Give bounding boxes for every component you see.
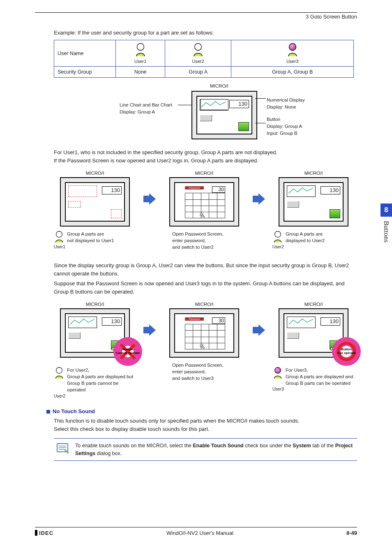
can-operate-badge: ButtonCan operate [332, 337, 361, 366]
diagram-microi-annotated: MICRO/I Line Chart and Bar Chart Display… [54, 83, 357, 145]
bar-chart-icon [68, 332, 81, 339]
user2-cell: User2 [165, 40, 231, 67]
arrow-right-icon [253, 302, 265, 337]
user-security-table: User Name User1 User2 User3 Sec [54, 40, 354, 78]
row-header-username: User Name [54, 40, 116, 67]
user1-label: User1 [54, 244, 136, 249]
numerical-display: 130 [102, 317, 122, 326]
numdisplay-label: Numerical Display [267, 97, 305, 104]
numerical-display: 130 [229, 100, 249, 108]
example-lead: Example: If the user and security group … [54, 30, 357, 36]
chart-display-group: Display: Group A [120, 109, 172, 116]
keypad-grid [185, 193, 225, 218]
chapter-label: Buttons [380, 217, 392, 247]
svg-marker-6 [143, 193, 156, 205]
bar-chart-icon [200, 115, 212, 121]
user-icon [134, 43, 147, 58]
user-icon [54, 231, 65, 244]
chapter-side-tab: 8 Buttons [380, 204, 392, 247]
keypad-grid [185, 324, 225, 349]
user-icon [272, 367, 283, 380]
microi-title: MICRO/I [163, 171, 245, 176]
microi-title: MICRO/I [163, 302, 245, 307]
user2-label: User2 [54, 393, 136, 398]
paragraph-user1-desc: For User1, who is not included in the sp… [54, 148, 357, 165]
cursor-icon: ↖ [200, 342, 205, 350]
row-header-secgroup: Security Group [54, 67, 116, 78]
password-value: 30 [212, 317, 225, 324]
no-touch-sound-heading: No Touch Sound [46, 408, 357, 414]
user3-group: Group A, Group B [231, 67, 354, 78]
caption-text: Group A parts arenot displayed to User1 [67, 231, 114, 244]
button-part [330, 209, 340, 218]
cursor-icon: ↖ [200, 211, 205, 219]
sequence-row-1: MICRO/I 130 Group A parts arenot display… [54, 171, 357, 250]
svg-marker-13 [253, 324, 265, 336]
svg-marker-12 [143, 324, 156, 336]
svg-point-15 [275, 368, 281, 374]
note-icon [56, 442, 70, 456]
note-text: To enable touch sounds on the MICRO/I, s… [75, 442, 355, 458]
chapter-number: 8 [380, 204, 392, 217]
user-icon [54, 367, 65, 380]
user1-cell: User1 [116, 40, 165, 67]
bar-chart-icon [287, 201, 299, 208]
svg-marker-7 [253, 193, 265, 205]
svg-line-10 [121, 345, 135, 358]
numdisplay-group: Display: None [267, 104, 305, 111]
chart-label: Line Chart and Bar Chart [120, 102, 172, 109]
password-label: Password [185, 317, 204, 321]
user1-name: User1 [119, 59, 161, 64]
idec-logo: IDEC [35, 530, 53, 536]
button-hidden [111, 209, 122, 218]
page-number: 8-49 [346, 530, 357, 536]
arrow-right-icon [253, 171, 265, 206]
manual-title: WindO/I-NV2 User's Manual [166, 530, 233, 536]
line-chart-icon [287, 185, 316, 197]
connector-line [255, 123, 266, 123]
user2-name: User2 [168, 59, 228, 64]
user2-group: Group A [165, 67, 231, 78]
svg-point-1 [195, 44, 202, 51]
numerical-display: 130 [102, 186, 122, 194]
svg-line-9 [121, 345, 135, 358]
microi-title: MICRO/I [54, 302, 136, 307]
user3-cell: User3 [231, 40, 354, 67]
connector-line [255, 98, 266, 99]
svg-point-2 [289, 44, 296, 51]
svg-point-0 [137, 44, 144, 51]
nts-desc: This function is to disable touch sounds… [54, 417, 357, 433]
caption-text: For User3,Group A parts are displayed an… [286, 367, 353, 386]
line-chart-icon [287, 317, 316, 328]
bullet-square-icon [46, 410, 50, 414]
note-box: To enable touch sounds on the MICRO/I, s… [54, 438, 357, 461]
svg-point-5 [56, 231, 62, 238]
user3-name: User3 [235, 59, 350, 64]
button-part [238, 122, 249, 131]
caption-text: For User2,Group A parts are displayed bu… [67, 367, 136, 393]
button-display-group: Display: Group A [267, 123, 305, 130]
user-icon [286, 43, 299, 58]
microi-title: MICRO/I [272, 171, 355, 176]
sequence-row-2: MICRO/I 130 ↖ ButtonCannot operate For U… [54, 302, 357, 398]
numerical-display: 130 [321, 317, 340, 326]
bar-chart-icon [287, 332, 299, 339]
chart-hidden [68, 185, 97, 197]
arrow-right-icon [143, 171, 156, 206]
caption-text: Open Password Screen,enter password,and … [163, 231, 245, 250]
line-chart-icon [200, 99, 228, 111]
svg-point-11 [56, 368, 62, 374]
microi-title: MICRO/I [54, 171, 136, 176]
svg-point-8 [275, 231, 281, 238]
password-value: 30 [212, 186, 225, 193]
caption-text: Open Password Screen,enter password,and … [163, 362, 245, 382]
user1-group: None [116, 67, 165, 78]
user3-label: User3 [272, 386, 355, 391]
user2-label: User2 [272, 244, 355, 249]
microi-title: MICRO/I [210, 83, 228, 88]
password-label: Password [185, 186, 204, 190]
numerical-display: 130 [321, 186, 340, 194]
arrow-right-icon [143, 302, 156, 337]
line-chart-icon [68, 317, 97, 328]
cannot-operate-badge: ButtonCannot operate [113, 337, 142, 366]
